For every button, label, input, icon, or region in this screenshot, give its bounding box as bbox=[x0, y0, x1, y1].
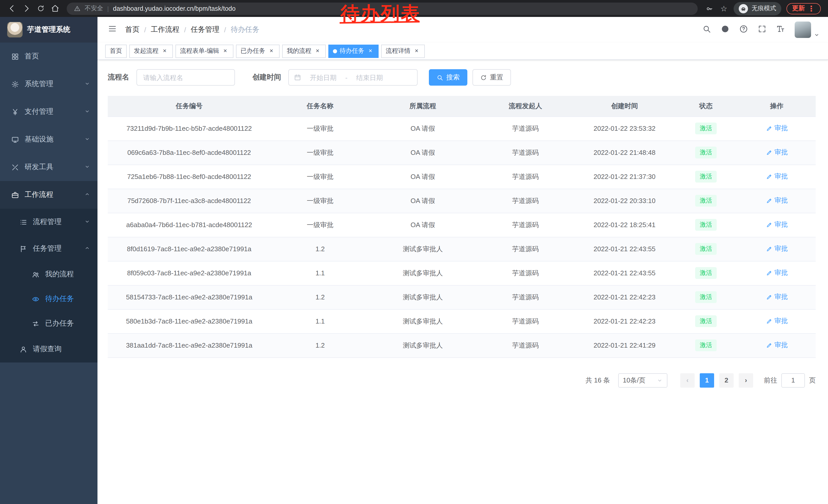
close-icon[interactable]: × bbox=[314, 47, 321, 55]
breadcrumb-item[interactable]: 待办任务 bbox=[231, 25, 259, 34]
cell-actions: 审批 bbox=[738, 189, 816, 213]
address-bar[interactable]: 不安全 | dashboard.yudao.iocoder.cn/bpm/tas… bbox=[67, 2, 698, 15]
sidebar-item-home[interactable]: 首页 bbox=[0, 43, 97, 70]
cell-task-id: 75d72608-7b7f-11ec-a3c8-acde48001122 bbox=[108, 189, 271, 213]
sidebar-item-devtools[interactable]: 研发工具 bbox=[0, 153, 97, 181]
cell-task-name: 一级审批 bbox=[271, 140, 370, 165]
sidebar-item-infrastructure[interactable]: 基础设施 bbox=[0, 126, 97, 153]
tabs-bar: 首页发起流程×流程表单-编辑×已办任务×我的流程×待办任务×流程详情× bbox=[97, 43, 828, 60]
dashboard-icon bbox=[10, 53, 19, 60]
close-icon[interactable]: × bbox=[367, 47, 374, 55]
tab-start-process[interactable]: 发起流程× bbox=[129, 44, 173, 58]
sidebar-item-payment[interactable]: 支付管理 bbox=[0, 98, 97, 126]
sidebar-item-my-process[interactable]: 我的流程 bbox=[0, 262, 97, 287]
breadcrumb-item[interactable]: 工作流程 bbox=[151, 25, 179, 34]
date-range-picker[interactable]: - bbox=[288, 69, 418, 86]
tab-label: 发起流程 bbox=[134, 47, 159, 55]
status-badge: 激活 bbox=[695, 195, 717, 207]
breadcrumb-item[interactable]: 任务管理 bbox=[191, 25, 219, 34]
approve-link[interactable]: 审批 bbox=[766, 220, 788, 229]
sidebar-item-done-task[interactable]: 已办任务 bbox=[0, 311, 97, 336]
goto-label: 前往 bbox=[764, 375, 777, 385]
page-button-2[interactable]: 2 bbox=[719, 373, 734, 387]
fullscreen-button[interactable] bbox=[758, 25, 767, 35]
page-button-1[interactable]: 1 bbox=[700, 373, 714, 387]
browser-forward-button[interactable] bbox=[19, 2, 33, 15]
cell-process: 测试多审批人 bbox=[370, 237, 476, 261]
cell-status: 激活 bbox=[674, 165, 738, 189]
page-size-select[interactable]: 10条/页 bbox=[618, 373, 667, 387]
breadcrumb-item[interactable]: 首页 bbox=[125, 25, 139, 34]
cell-starter: 芋道源码 bbox=[476, 140, 575, 165]
tab-process-detail[interactable]: 流程详情× bbox=[381, 44, 425, 58]
update-button[interactable]: 更新 ⋮ bbox=[786, 3, 821, 14]
process-name-input[interactable] bbox=[136, 69, 235, 86]
github-button[interactable] bbox=[721, 25, 730, 35]
font-size-button[interactable] bbox=[776, 25, 785, 35]
start-date-input[interactable] bbox=[303, 74, 343, 81]
search-button[interactable]: 搜索 bbox=[429, 69, 467, 86]
approve-link[interactable]: 审批 bbox=[766, 317, 788, 326]
approve-link[interactable]: 审批 bbox=[766, 196, 788, 205]
approve-link[interactable]: 审批 bbox=[766, 148, 788, 157]
approve-link[interactable]: 审批 bbox=[766, 292, 788, 302]
approve-link-label: 审批 bbox=[774, 244, 788, 254]
close-icon[interactable]: × bbox=[161, 47, 168, 55]
sidebar: 芋道管理系统 首页系统管理支付管理基础设施研发工具工作流程流程管理任务管理我的流… bbox=[0, 17, 97, 504]
approve-link[interactable]: 审批 bbox=[766, 268, 788, 278]
reset-button[interactable]: 重置 bbox=[472, 69, 511, 86]
url-text: dashboard.yudao.iocoder.cn/bpm/task/todo bbox=[113, 5, 236, 12]
browser-refresh-button[interactable] bbox=[34, 2, 47, 15]
status-badge: 激活 bbox=[695, 123, 717, 134]
password-key-button[interactable] bbox=[703, 2, 716, 15]
next-page-button[interactable]: › bbox=[739, 373, 753, 387]
app-title: 芋道管理系统 bbox=[27, 25, 70, 34]
sidebar-item-system[interactable]: 系统管理 bbox=[0, 70, 97, 98]
browser-home-button[interactable] bbox=[48, 2, 61, 15]
cell-task-id: 725a1eb6-7b88-11ec-8ef0-acde48001122 bbox=[108, 165, 271, 189]
back-icon bbox=[7, 4, 16, 13]
sidebar-item-label: 任务管理 bbox=[33, 244, 61, 253]
close-icon[interactable]: × bbox=[268, 47, 275, 55]
cell-create-time: 2022-01-21 22:41:29 bbox=[575, 333, 674, 357]
tab-my-process[interactable]: 我的流程× bbox=[282, 44, 326, 58]
tab-form-edit[interactable]: 流程表单-编辑× bbox=[175, 44, 234, 58]
sidebar-item-task-management[interactable]: 任务管理 bbox=[0, 235, 97, 262]
approve-link[interactable]: 审批 bbox=[766, 341, 788, 350]
close-icon[interactable]: × bbox=[413, 47, 420, 55]
top-bar: 首页/工作流程/任务管理/待办任务 bbox=[97, 17, 828, 43]
sidebar-toggle-button[interactable] bbox=[106, 22, 119, 38]
prev-page-button[interactable]: ‹ bbox=[680, 373, 695, 387]
approve-link[interactable]: 审批 bbox=[766, 124, 788, 133]
close-icon[interactable]: × bbox=[222, 47, 229, 55]
sidebar-item-todo-task[interactable]: 待办任务 bbox=[0, 287, 97, 311]
docs-help-button[interactable] bbox=[739, 25, 748, 35]
browser-chrome: 不安全 | dashboard.yudao.iocoder.cn/bpm/tas… bbox=[0, 0, 828, 17]
status-badge: 激活 bbox=[695, 267, 717, 279]
tab-done-task[interactable]: 已办任务× bbox=[236, 44, 280, 58]
approve-link-label: 审批 bbox=[774, 341, 788, 350]
approve-link[interactable]: 审批 bbox=[766, 244, 788, 254]
end-date-input[interactable] bbox=[349, 74, 389, 81]
tab-home[interactable]: 首页 bbox=[105, 44, 127, 58]
bookmark-star-button[interactable]: ☆ bbox=[717, 2, 731, 15]
cell-task-id: 069c6a63-7b8a-11ec-8ef0-acde48001122 bbox=[108, 140, 271, 165]
goto-page-input[interactable] bbox=[781, 373, 805, 387]
sidebar-item-leave-query[interactable]: 请假查询 bbox=[0, 336, 97, 363]
approve-link[interactable]: 审批 bbox=[766, 172, 788, 181]
user-avatar-menu[interactable] bbox=[795, 21, 820, 38]
avatar bbox=[795, 21, 811, 38]
cell-task-id: 8f059c03-7ac8-11ec-a9e2-a2380e71991a bbox=[108, 261, 271, 285]
sidebar-item-process-management[interactable]: 流程管理 bbox=[0, 209, 97, 235]
cell-starter: 芋道源码 bbox=[476, 117, 575, 140]
table-row: 58154733-7ac8-11ec-a9e2-a2380e71991a1.2测… bbox=[108, 285, 816, 309]
cell-status: 激活 bbox=[674, 140, 738, 165]
browser-back-button[interactable] bbox=[5, 2, 18, 15]
cell-create-time: 2022-01-21 22:42:23 bbox=[575, 309, 674, 333]
cell-process: 测试多审批人 bbox=[370, 285, 476, 309]
sidebar-item-workflow[interactable]: 工作流程 bbox=[0, 181, 97, 209]
cell-status: 激活 bbox=[674, 117, 738, 140]
header-search-button[interactable] bbox=[702, 25, 711, 35]
tab-todo-task[interactable]: 待办任务× bbox=[328, 44, 379, 58]
tab-label: 流程表单-编辑 bbox=[180, 47, 219, 55]
